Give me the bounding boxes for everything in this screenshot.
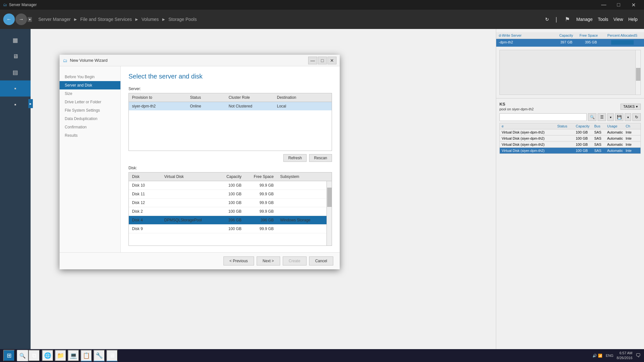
- dialog-close[interactable]: ✕: [327, 57, 336, 64]
- tasks-refresh-btn[interactable]: ↻: [632, 113, 641, 121]
- nav-dropdown[interactable]: ▾: [28, 17, 32, 22]
- breadcrumb-1[interactable]: Server Manager: [38, 17, 71, 22]
- disk-scrollbar[interactable]: [327, 181, 332, 246]
- notification-btn[interactable]: 🗨: [636, 353, 641, 358]
- refresh-button[interactable]: Refresh: [283, 154, 307, 162]
- server-row-1[interactable]: siyer-dpm-th2 Online Not Clustered Local: [129, 102, 332, 110]
- disk-row-11[interactable]: Disk 11 100 GB 99.9 GB: [129, 190, 332, 199]
- taskbar-tool2[interactable]: 🔧: [93, 350, 105, 361]
- tasks-subtitle: pool on siyer-dpm-th2: [499, 107, 534, 111]
- tr1-ch: Inte: [626, 130, 639, 134]
- step-dedup[interactable]: Data Deduplication: [60, 115, 120, 123]
- server-cluster: Not Clustered: [225, 103, 274, 109]
- step-before-you-begin[interactable]: Before You Begin: [60, 73, 120, 81]
- tasks-save-dd[interactable]: ▾: [625, 113, 631, 121]
- forward-button[interactable]: →: [15, 14, 27, 25]
- th-server-status: Status: [187, 95, 225, 100]
- bg-col-s: S: [635, 33, 641, 37]
- wizard-steps: Before You Begin Server and Disk Size Dr…: [60, 66, 121, 252]
- start-button[interactable]: ⊞: [3, 350, 15, 361]
- bg-scrollbar[interactable]: [635, 50, 640, 95]
- minimize-button[interactable]: —: [596, 0, 611, 10]
- tr3-cap: 100 GB: [576, 143, 594, 146]
- dialog-titlebar: 🗂 New Volume Wizard — □ ✕: [60, 55, 340, 66]
- dr12-vdisk: [161, 200, 216, 206]
- breadcrumb-4[interactable]: Storage Pools: [168, 17, 197, 22]
- disk-row-2[interactable]: Disk 2 100 GB 99.9 GB: [129, 207, 332, 216]
- breadcrumb-3[interactable]: Volumes: [141, 17, 159, 22]
- tr3-name: Virtual Disk (siyer-dpm-th2): [502, 143, 557, 146]
- server-provision: siyer-dpm-th2: [129, 103, 187, 109]
- create-button[interactable]: Create: [283, 256, 307, 265]
- server-label: Server:: [128, 87, 332, 91]
- disk-row-10[interactable]: Disk 10 100 GB 99.9 GB: [129, 181, 332, 190]
- sidebar-item-storage[interactable]: ▪ ►: [0, 80, 31, 97]
- storage-icon: ▪: [14, 85, 16, 92]
- sidebar-item-extra[interactable]: ▪: [0, 97, 31, 113]
- dr12-sub: [277, 200, 332, 206]
- tasks-save-btn[interactable]: 💾: [615, 113, 623, 121]
- server-table: Provision to Status Cluster Role Destina…: [128, 93, 332, 151]
- tr4-ch: Inte: [626, 149, 639, 153]
- disk-table-scroll[interactable]: Disk 10 100 GB 99.9 GB Disk 11 100 GB 9: [129, 181, 332, 246]
- dialog-maximize[interactable]: □: [318, 57, 327, 64]
- tasks-list-btn[interactable]: ☰: [598, 113, 606, 121]
- disk-row-4-selected[interactable]: Disk 4 DPMSQLStoragePool 396 GB 396 GB W…: [129, 216, 332, 225]
- sidebar-item-local[interactable]: 🖥: [0, 48, 31, 64]
- tools-btn[interactable]: Tools: [598, 17, 608, 22]
- maximize-button[interactable]: □: [611, 0, 626, 10]
- taskbar-cmd[interactable]: 💻: [68, 350, 79, 361]
- tasks-row-4-selected[interactable]: Virtual Disk (siyer-dpm-th2) 100 GB SAS …: [499, 147, 641, 154]
- taskbar-servermgr[interactable]: 📋: [80, 350, 92, 361]
- tr2-name: Virtual Disk (siyer-dpm-th2): [502, 136, 557, 140]
- step-confirmation[interactable]: Confirmation: [60, 123, 120, 131]
- tasks-search-btn[interactable]: 🔍: [588, 113, 596, 121]
- step-size[interactable]: Size: [60, 89, 120, 98]
- nav-refresh[interactable]: ↻: [545, 17, 549, 22]
- tasks-row-1[interactable]: Virtual Disk (siyer-dpm-th2) 100 GB SAS …: [499, 129, 641, 135]
- dr10-sub: [277, 182, 332, 188]
- rescan-button[interactable]: Rescan: [309, 154, 332, 162]
- th-scroll-spacer: [327, 174, 332, 180]
- dialog-minimize[interactable]: —: [308, 57, 317, 64]
- taskbar-tool3[interactable]: 🖥: [106, 350, 118, 361]
- bg-scroll-thumb: [636, 68, 640, 81]
- dialog-icon: 🗂: [63, 58, 67, 63]
- tasks-ks: KS: [499, 102, 505, 107]
- taskbar-search[interactable]: 🔍: [17, 350, 28, 361]
- taskbar-ie[interactable]: 🌐: [42, 350, 53, 361]
- step-server-and-disk[interactable]: Server and Disk: [60, 81, 120, 89]
- breadcrumb-2[interactable]: File and Storage Services: [80, 17, 132, 22]
- tasks-dd-btn[interactable]: ▾: [607, 113, 614, 121]
- th-free: Free Space: [245, 174, 277, 180]
- sidebar-item-servers[interactable]: ▤: [0, 64, 31, 80]
- view-btn[interactable]: View: [613, 17, 623, 22]
- step-file-system[interactable]: File System Settings: [60, 106, 120, 115]
- manage-btn[interactable]: Manage: [576, 17, 593, 22]
- cancel-button[interactable]: Cancel: [309, 256, 333, 265]
- title-bar-text: Server Manager: [9, 3, 37, 7]
- help-btn[interactable]: Help: [628, 17, 638, 22]
- taskbar-explorer[interactable]: 📁: [55, 350, 66, 361]
- tr4-status: [557, 149, 576, 153]
- back-button[interactable]: ←: [3, 14, 15, 25]
- tasks-header-row: KS pool on siyer-dpm-th2 TASKS ▾: [499, 102, 641, 111]
- step-results[interactable]: Results: [60, 131, 120, 140]
- th-cluster-role: Cluster Role: [225, 95, 274, 100]
- tasks-row-3[interactable]: Virtual Disk (siyer-dpm-th2) 100 GB SAS …: [499, 141, 641, 147]
- bg-capacity-val: 397 GB: [548, 40, 572, 45]
- taskbar-clock[interactable]: 6:57 AM 8/26/2016: [617, 351, 632, 361]
- close-button[interactable]: ✕: [626, 0, 641, 10]
- tasks-row-2[interactable]: Virtual Disk (siyer-dpm-th2) 100 GB SAS …: [499, 135, 641, 141]
- dr2-vdisk: [161, 209, 216, 214]
- next-button[interactable]: Next >: [257, 256, 280, 265]
- step-drive-letter[interactable]: Drive Letter or Folder: [60, 98, 120, 106]
- tasks-button[interactable]: TASKS ▾: [620, 104, 641, 110]
- task-view-btn[interactable]: ⧉: [28, 350, 40, 361]
- sidebar-item-dashboard[interactable]: ▦: [0, 32, 31, 48]
- previous-button[interactable]: < Previous: [223, 256, 254, 265]
- disk-row-12[interactable]: Disk 12 100 GB 99.9 GB: [129, 199, 332, 207]
- disk-row-9[interactable]: Disk 9 100 GB 99.9 GB: [129, 225, 332, 233]
- disk-label: Disk:: [128, 166, 332, 170]
- server-table-header: Provision to Status Cluster Role Destina…: [129, 93, 332, 102]
